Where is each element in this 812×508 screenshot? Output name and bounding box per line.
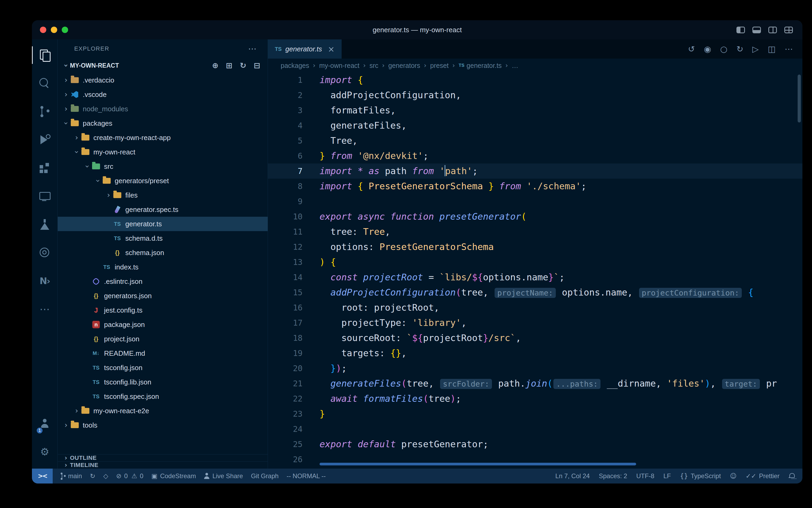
code-line-3[interactable]: 3 formatFiles,: [268, 103, 802, 118]
cursor-position[interactable]: Ln 7, Col 24: [555, 469, 589, 483]
tree-item-tsconfig-spec-json[interactable]: ›TStsconfig.spec.json: [58, 389, 268, 404]
code-line-14[interactable]: 14 const projectRoot = `libs/${options.n…: [268, 270, 802, 285]
code-editor[interactable]: 1import {2 addProjectConfiguration,3 for…: [268, 73, 802, 469]
code-line-1[interactable]: 1import {: [268, 73, 802, 88]
tree-item-readme-md[interactable]: ›M↓README.md: [58, 346, 268, 361]
tree-item-packages[interactable]: ›packages: [58, 116, 268, 130]
tree-item-generators-json[interactable]: ›{}generators.json: [58, 289, 268, 303]
tree-item-tsconfig-json[interactable]: ›TStsconfig.json: [58, 361, 268, 375]
breadcrumb-item-preset[interactable]: preset: [430, 62, 448, 70]
toggle-circle-icon[interactable]: ○: [720, 44, 727, 54]
tree-item--vscode[interactable]: ›.vscode: [58, 87, 268, 102]
tree-item-project-json[interactable]: ›{}project.json: [58, 332, 268, 346]
tree-item-files[interactable]: ›files: [58, 188, 268, 202]
tree-item--verdaccio[interactable]: ›.verdaccio: [58, 73, 268, 87]
code-line-8[interactable]: 8import { PresetGeneratorSchema } from '…: [268, 179, 802, 194]
code-line-17[interactable]: 17 projectType: 'library',: [268, 315, 802, 330]
code-line-5[interactable]: 5 Tree,: [268, 133, 802, 148]
code-line-21[interactable]: 21 generateFiles(tree, srcFolder: path.j…: [268, 376, 802, 391]
tree-item-schema-d-ts[interactable]: ›TSschema.d.ts: [58, 231, 268, 246]
sync-changes[interactable]: ↻: [90, 469, 95, 483]
customize-layout-icon[interactable]: [784, 27, 793, 33]
code-line-11[interactable]: 11 tree: Tree,: [268, 224, 802, 239]
new-file-icon[interactable]: ⊕: [212, 61, 219, 70]
more-views-icon[interactable]: ⋯: [32, 295, 57, 323]
tree-item-tools[interactable]: ›tools: [58, 418, 268, 432]
breadcrumb-item-my-own-react[interactable]: my-own-react: [319, 62, 360, 70]
outline-section[interactable]: › OUTLINE: [58, 454, 268, 461]
code-line-20[interactable]: 20 });: [268, 361, 802, 376]
toggle-panel-icon[interactable]: [752, 27, 761, 33]
code-line-16[interactable]: 16 root: projectRoot,: [268, 300, 802, 315]
live-share[interactable]: Live Share: [204, 469, 243, 483]
explorer-icon[interactable]: [32, 41, 57, 69]
accounts-icon[interactable]: 1: [32, 410, 57, 438]
code-line-6[interactable]: 6} from '@nx/devkit';: [268, 148, 802, 164]
code-line-15[interactable]: 15 addProjectConfiguration(tree, project…: [268, 285, 802, 300]
problems-errors[interactable]: ⊘0: [116, 469, 128, 483]
remote-indicator[interactable]: ><: [32, 469, 53, 483]
code-line-22[interactable]: 22 await formatFiles(tree);: [268, 391, 802, 406]
tree-item-jest-config-ts[interactable]: ›Jjest.config.ts: [58, 303, 268, 318]
codestream-activity-icon[interactable]: ◉: [704, 44, 711, 54]
extension-status[interactable]: ◇: [103, 469, 108, 483]
testing-icon[interactable]: [32, 210, 57, 239]
prettier[interactable]: ✓✓Prettier: [746, 469, 779, 483]
tree-item-create-my-own-react-app[interactable]: ›create-my-own-react-app: [58, 130, 268, 145]
tree-item-generator-spec-ts[interactable]: ›generator.spec.ts: [58, 202, 268, 217]
breadcrumb-item-generators[interactable]: generators: [388, 62, 420, 70]
notifications[interactable]: [789, 469, 795, 483]
minimize-window-button[interactable]: [51, 27, 57, 33]
close-tab-icon[interactable]: ×: [328, 44, 334, 54]
more-actions-icon[interactable]: ⋯: [784, 44, 793, 54]
code-line-4[interactable]: 4 generateFiles,: [268, 118, 802, 133]
source-control-icon[interactable]: [32, 97, 57, 126]
problems-warnings[interactable]: ⚠0: [132, 469, 143, 483]
tree-item-package-json[interactable]: ›npackage.json: [58, 318, 268, 332]
feedback[interactable]: ☺: [730, 469, 736, 483]
tree-item-my-own-react[interactable]: ›my-own-react: [58, 145, 268, 159]
vertical-scrollbar[interactable]: [798, 75, 801, 123]
run-action-icon[interactable]: ↻: [736, 44, 744, 54]
breadcrumb-item-packages[interactable]: packages: [281, 62, 309, 70]
code-line-7[interactable]: 7import * as path from 'path';: [268, 164, 802, 179]
split-editor-icon[interactable]: ◫: [768, 44, 775, 54]
breadcrumb-item-generator-ts[interactable]: TSgenerator.ts: [459, 62, 502, 70]
tree-item-generator-ts[interactable]: ›TSgenerator.ts: [58, 217, 268, 231]
tab-generator-ts[interactable]: TS generator.ts ×: [268, 39, 342, 58]
code-line-24[interactable]: 24: [268, 421, 802, 437]
code-line-2[interactable]: 2 addProjectConfiguration,: [268, 88, 802, 103]
encoding[interactable]: UTF-8: [636, 469, 654, 483]
timeline-section[interactable]: › TIMELINE: [58, 461, 268, 469]
run-file-icon[interactable]: ▷: [752, 44, 759, 54]
horizontal-scrollbar[interactable]: [320, 463, 636, 465]
code-line-13[interactable]: 13) {: [268, 255, 802, 270]
code-line-18[interactable]: 18 sourceRoot: `${projectRoot}/src`,: [268, 330, 802, 346]
tree-item-tsconfig-lib-json[interactable]: ›TStsconfig.lib.json: [58, 375, 268, 389]
close-window-button[interactable]: [40, 27, 46, 33]
collapse-folders-icon[interactable]: ⊟: [254, 61, 260, 70]
breadcrumb-item-src[interactable]: src: [370, 62, 378, 70]
tree-item-index-ts[interactable]: ›TSindex.ts: [58, 260, 268, 274]
indentation[interactable]: Spaces: 2: [599, 469, 627, 483]
tree-item-schema-json[interactable]: ›{}schema.json: [58, 246, 268, 260]
new-folder-icon[interactable]: ⊞: [226, 61, 232, 70]
toggle-secondary-sidebar-icon[interactable]: [768, 27, 777, 33]
refresh-explorer-icon[interactable]: ↻: [240, 61, 246, 70]
tree-item-generators-preset[interactable]: ›generators/preset: [58, 174, 268, 188]
local-history-icon[interactable]: ↺: [688, 44, 695, 54]
settings-icon[interactable]: ⚙: [32, 438, 57, 466]
explorer-more-icon[interactable]: ⋯: [248, 44, 257, 54]
eol[interactable]: LF: [663, 469, 671, 483]
zoom-window-button[interactable]: [62, 27, 68, 33]
code-line-9[interactable]: 9: [268, 194, 802, 209]
codestream[interactable]: ▣CodeStream: [151, 469, 196, 483]
code-line-25[interactable]: 25export default presetGenerator;: [268, 437, 802, 452]
tree-item-src[interactable]: ›src: [58, 159, 268, 174]
code-line-23[interactable]: 23}: [268, 406, 802, 421]
code-line-19[interactable]: 19 targets: {},: [268, 346, 802, 361]
search-icon[interactable]: [32, 69, 57, 97]
git-branch[interactable]: main: [61, 469, 82, 483]
code-line-12[interactable]: 12 options: PresetGeneratorSchema: [268, 239, 802, 255]
workspace-section-header[interactable]: › MY-OWN-REACT ⊕⊞↻⊟: [58, 58, 268, 73]
